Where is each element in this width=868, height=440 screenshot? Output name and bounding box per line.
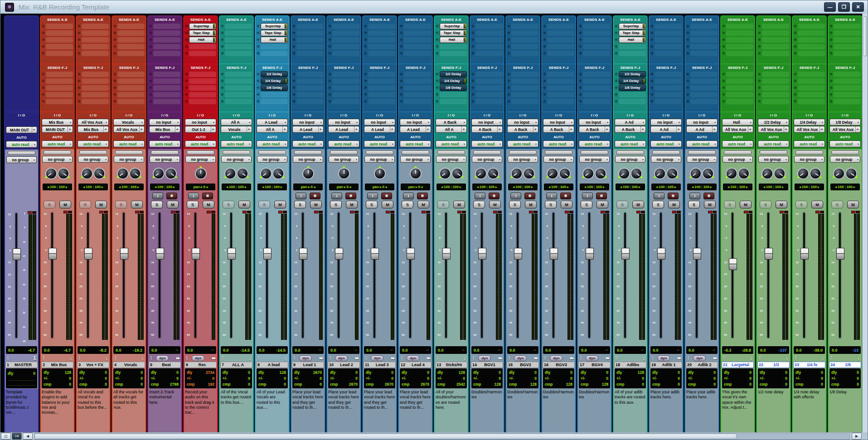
send-slot-empty[interactable] <box>220 50 253 57</box>
volume-readout[interactable]: 0.0∞ <box>686 346 718 354</box>
volume-readout[interactable]: 0.0∞ <box>328 346 359 354</box>
output-window-button[interactable]: ▸▸ <box>212 356 215 360</box>
send-button-tape-slap[interactable]: Tape Slap <box>261 30 288 36</box>
send-slot-empty[interactable] <box>77 23 110 29</box>
solo-button[interactable]: S <box>187 201 199 208</box>
output-selector[interactable]: A Lead+ <box>328 126 359 133</box>
fader-nudge-spinner[interactable]: ▲▼ <box>580 356 582 360</box>
input-selector[interactable]: no input▼ <box>471 119 503 126</box>
send-slot-empty[interactable] <box>506 50 539 57</box>
pan-knob-left[interactable] <box>583 169 593 179</box>
fader-nudge-spinner[interactable]: ▲▼ <box>114 356 116 360</box>
send-slot-empty[interactable] <box>757 84 790 91</box>
minimize-button[interactable]: — <box>824 2 836 12</box>
volume-fader[interactable] <box>657 248 665 260</box>
output-window-button[interactable]: ▸▸ <box>713 356 717 360</box>
output-selector[interactable]: A Ad+ <box>650 126 682 133</box>
volume-readout[interactable]: 0.0∞ <box>364 346 395 354</box>
send-slot-empty[interactable] <box>291 98 325 105</box>
mute-button[interactable]: M <box>489 201 501 208</box>
pan-value-display[interactable]: ◂100|100▸ <box>759 184 788 190</box>
output-selector[interactable]: All A+ <box>257 126 288 133</box>
send-slot-empty[interactable] <box>650 77 683 84</box>
pan-knob-right[interactable] <box>703 169 713 179</box>
send-slot-empty[interactable] <box>399 71 432 77</box>
track-comments[interactable]: All of your doubles/harmonies are routed… <box>435 389 468 432</box>
send-slot-empty[interactable] <box>112 71 145 77</box>
group-id-bar[interactable] <box>831 150 859 155</box>
send-slot-empty[interactable] <box>220 71 253 77</box>
pan-value-display[interactable]: pan▸0◂ <box>293 184 323 190</box>
send-slot-empty[interactable] <box>578 36 611 43</box>
send-slot-empty[interactable] <box>363 91 396 98</box>
send-slot-empty[interactable] <box>757 91 790 98</box>
volume-fader[interactable] <box>192 248 200 260</box>
fader-nudge-spinner[interactable]: ▲▼ <box>830 356 833 360</box>
solo-button[interactable]: S <box>545 201 557 208</box>
group-selector[interactable]: no group▼ <box>42 156 73 163</box>
send-slot-empty[interactable] <box>148 43 181 50</box>
pan-knob-left[interactable] <box>225 169 235 179</box>
fader-nudge-spinner[interactable]: ▲▼ <box>759 356 761 360</box>
group-id-bar[interactable] <box>724 150 752 155</box>
group-selector[interactable]: no group▼ <box>579 156 610 163</box>
record-arm-button[interactable] <box>668 193 679 199</box>
hscroll-right-arrow[interactable]: ▶ <box>852 433 862 440</box>
send-slot-empty[interactable] <box>542 43 575 50</box>
send-slot-empty[interactable] <box>220 91 253 98</box>
track-name[interactable]: 17BGV4 <box>578 362 611 368</box>
send-slot-empty[interactable] <box>829 23 862 29</box>
delay-compensation-readout[interactable]: dly0+/-0cmp0 <box>650 368 682 388</box>
fader-nudge-spinner[interactable]: ▲▼ <box>150 356 152 360</box>
pan-knob-left[interactable] <box>798 169 808 179</box>
send-slot-empty[interactable] <box>112 50 145 57</box>
volume-fader[interactable] <box>442 248 451 260</box>
group-selector[interactable]: no group▼ <box>723 156 753 163</box>
send-slot-empty[interactable] <box>327 84 360 91</box>
fader-nudge-spinner[interactable]: ▲▼ <box>508 356 510 360</box>
send-slot-empty[interactable] <box>757 23 790 29</box>
send-slot-empty[interactable] <box>829 84 862 91</box>
record-arm-button[interactable] <box>310 193 320 199</box>
group-selector[interactable]: no group▼ <box>651 156 681 163</box>
pan-knob-left[interactable] <box>46 169 56 179</box>
send-slot-empty[interactable] <box>757 43 790 50</box>
pan-knob-left[interactable] <box>154 169 164 179</box>
send-slot-empty[interactable] <box>256 98 289 105</box>
track-comments[interactable]: Enable the plugins to add balance to you… <box>41 389 74 432</box>
send-slot-empty[interactable] <box>77 29 110 36</box>
fader-nudge-spinner[interactable]: ▲▼ <box>616 356 618 360</box>
group-selector[interactable]: no group▼ <box>543 156 574 163</box>
output-window-button[interactable]: ▸▸ <box>427 356 430 360</box>
send-button-1-8-delay[interactable]: 1/8 Delay <box>440 85 467 91</box>
send-slot-empty[interactable] <box>614 91 647 98</box>
send-slot-empty[interactable] <box>685 50 718 57</box>
automation-mode-selector[interactable]: auto read▼ <box>650 140 682 147</box>
pan-knob-left[interactable] <box>512 169 522 179</box>
volume-readout[interactable]: 0.0-137 <box>758 346 789 354</box>
mute-button[interactable]: M <box>811 201 823 208</box>
group-id-bar[interactable] <box>8 151 35 155</box>
send-slot-empty[interactable] <box>506 77 539 84</box>
delay-compensation-readout[interactable]: dly0+/-0cmp0 <box>794 368 825 388</box>
output-selector[interactable]: All Vox Aux+ <box>829 126 861 133</box>
delay-compensation-readout[interactable]: dly0+/-0cmp0 <box>758 368 789 388</box>
input-selector[interactable]: no input▼ <box>400 119 431 126</box>
send-slot-empty[interactable] <box>721 71 754 77</box>
input-selector[interactable]: no input▼ <box>364 119 395 126</box>
group-selector[interactable]: no group▼ <box>615 156 645 163</box>
pan-knob-left[interactable] <box>619 169 629 179</box>
send-slot-empty[interactable] <box>650 91 683 98</box>
title-bar[interactable]: Mix: R&B Recording Template — ❐ ✕ <box>0 0 868 14</box>
group-selector[interactable]: no group▼ <box>293 156 323 163</box>
output-window-button[interactable]: ↓ <box>106 355 108 361</box>
send-slot-empty[interactable] <box>256 43 289 50</box>
automation-mode-selector[interactable]: auto read▼ <box>436 140 467 147</box>
fader-nudge-spinner[interactable]: ▲▼ <box>222 356 224 360</box>
delay-compensation-readout[interactable]: dly0+/-0cmp128 <box>507 368 538 388</box>
pan-value-display[interactable]: ◂100|100▸ <box>508 184 538 190</box>
pan-value-display[interactable]: ◂100|100▸ <box>830 184 860 190</box>
dynamics-button[interactable]: dyn <box>156 355 169 361</box>
send-slot-empty[interactable] <box>291 91 325 98</box>
send-slot-empty[interactable] <box>291 50 325 57</box>
